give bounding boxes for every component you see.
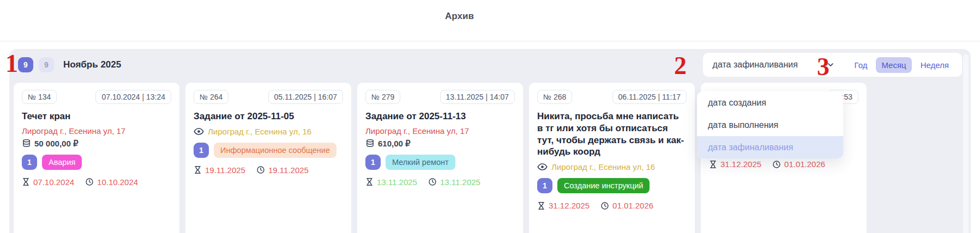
hourglass-icon bbox=[537, 201, 545, 210]
eye-icon bbox=[537, 162, 548, 172]
task-number-pill: № 264 bbox=[194, 90, 229, 104]
task-address: Лироград г., Есенина ул, 16 bbox=[208, 127, 311, 136]
clock-icon bbox=[600, 201, 609, 210]
card-header: № 134 07.10.2024 | 13:24 bbox=[22, 90, 171, 104]
clock-icon bbox=[428, 177, 437, 186]
toolbar-right: дата зафиналивания Год Месяц Неделя bbox=[703, 53, 962, 77]
task-deadline-date: 19.11.2025 bbox=[205, 165, 245, 175]
sort-date-select[interactable]: дата зафиналивания bbox=[713, 60, 835, 70]
task-card[interactable]: № 279 13.11.2025 | 14:07 Задание от 2025… bbox=[357, 83, 523, 233]
count-badge-muted[interactable]: 9 bbox=[39, 57, 54, 72]
task-deadline-date: 31.12.2025 bbox=[549, 201, 590, 210]
task-datetime-pill: 13.11.2025 | 14:07 bbox=[440, 90, 515, 104]
hourglass-icon bbox=[22, 177, 30, 186]
clock-icon bbox=[256, 165, 265, 174]
task-category-tag: Авария bbox=[42, 155, 82, 170]
task-tags-row: 1 Мелкий ремонт bbox=[365, 155, 515, 170]
task-card[interactable]: № 134 07.10.2024 | 13:24 Течет кран Лиро… bbox=[14, 83, 179, 233]
task-address-row: Лироград г., Есенина ул, 16 bbox=[537, 162, 687, 172]
task-number-pill: № 279 bbox=[365, 90, 400, 104]
task-title: Задание от 2025-11-05 bbox=[194, 111, 343, 122]
task-address-row: Лироград г., Есенина ул, 17 bbox=[365, 126, 515, 136]
task-count-chip: 1 bbox=[194, 143, 209, 158]
task-category-tag: Создание инструкций bbox=[557, 178, 650, 193]
task-tags-row: 1 Создание инструкций bbox=[537, 178, 687, 193]
task-count-chip: 1 bbox=[537, 178, 552, 193]
task-datetime-pill: 05.11.2025 | 16:07 bbox=[268, 90, 343, 104]
task-card[interactable]: № 268 06.11.2025 | 11:17 Никита, просьба… bbox=[529, 83, 695, 233]
task-tags-row: 1 Информационное сообщение bbox=[194, 143, 343, 158]
task-completion-date: 01.01.2026 bbox=[784, 160, 825, 169]
view-toggle-group: Год Месяц Неделя bbox=[849, 57, 954, 73]
task-number-pill: № 268 bbox=[537, 90, 572, 104]
task-card[interactable]: № 264 05.11.2025 | 16:07 Задание от 2025… bbox=[185, 83, 351, 233]
sort-dropdown-item[interactable]: дата зафиналивания bbox=[697, 136, 843, 158]
task-dates-row: 07.10.2024 10.10.2024 bbox=[22, 177, 171, 187]
task-address-row: Лироград г., Есенина ул, 17 bbox=[22, 126, 171, 136]
task-deadline-date: 31.12.2025 bbox=[720, 160, 761, 169]
task-tags-row: 1 Авария bbox=[22, 155, 171, 170]
card-header: № 268 06.11.2025 | 11:17 bbox=[537, 90, 687, 104]
count-badge-active[interactable]: 9 bbox=[18, 57, 33, 72]
view-toggle-week[interactable]: Неделя bbox=[915, 57, 954, 73]
view-toggle-month[interactable]: Месяц bbox=[876, 57, 911, 73]
task-title: Никита, просьба мне написать в тг или хо… bbox=[537, 111, 687, 158]
hourglass-icon bbox=[194, 165, 202, 174]
task-dates-row: 31.12.2025 01.01.2026 bbox=[537, 201, 687, 210]
task-amount-row: 610,00 ₽ bbox=[365, 139, 515, 149]
task-completion-date: 10.10.2024 bbox=[97, 177, 138, 187]
hourglass-icon bbox=[365, 177, 374, 186]
task-deadline-date: 07.10.2024 bbox=[33, 177, 74, 187]
task-dates-row: 31.12.2025 01.01.2026 bbox=[709, 160, 858, 169]
task-amount: 50 000,00 ₽ bbox=[34, 139, 78, 149]
task-address: Лироград г., Есенина ул, 17 bbox=[365, 126, 469, 136]
task-amount: 610,00 ₽ bbox=[378, 139, 411, 149]
coins-icon bbox=[365, 139, 375, 148]
task-completion-date: 13.11.2025 bbox=[440, 177, 480, 187]
vertical-scrollbar[interactable] bbox=[963, 54, 969, 233]
task-category-tag: Информационное сообщение bbox=[214, 143, 336, 158]
task-completion-date: 01.01.2026 bbox=[612, 201, 653, 210]
month-title: Ноябрь 2025 bbox=[63, 59, 121, 70]
task-count-chip: 1 bbox=[365, 155, 381, 170]
task-amount-row: 50 000,00 ₽ bbox=[22, 139, 171, 149]
page-title: Архив bbox=[445, 11, 474, 22]
sort-dropdown-item[interactable]: дата создания bbox=[697, 91, 843, 114]
top-header: Архив bbox=[0, 0, 980, 41]
sort-select-value: дата зафиналивания bbox=[713, 60, 804, 70]
card-header: № 264 05.11.2025 | 16:07 bbox=[194, 90, 343, 104]
task-datetime-pill: 06.11.2025 | 11:17 bbox=[612, 90, 687, 104]
hourglass-icon bbox=[709, 160, 717, 169]
task-dates-row: 13.11.2025 13.11.2025 bbox=[365, 177, 515, 187]
task-completion-date: 19.11.2025 bbox=[268, 165, 309, 175]
toolbar-left: 9 9 Ноябрь 2025 bbox=[18, 57, 121, 72]
task-title: Задание от 2025-11-13 bbox=[365, 111, 515, 122]
task-category-tag: Мелкий ремонт bbox=[386, 155, 455, 170]
chevron-down-icon bbox=[826, 60, 835, 69]
task-address-row: Лироград г., Есенина ул, 16 bbox=[194, 126, 343, 137]
view-toggle-year[interactable]: Год bbox=[849, 57, 873, 73]
task-dates-row: 19.11.2025 19.11.2025 bbox=[194, 165, 343, 175]
card-header: № 279 13.11.2025 | 14:07 bbox=[365, 90, 515, 104]
clock-icon bbox=[85, 177, 94, 186]
coins-icon bbox=[22, 139, 31, 148]
task-count-chip: 1 bbox=[22, 155, 37, 170]
sort-dropdown-menu: дата созданиядата выполнениядата зафинал… bbox=[697, 91, 843, 158]
clock-icon bbox=[772, 160, 781, 169]
task-deadline-date: 13.11.2025 bbox=[377, 177, 417, 187]
task-address: Лироград г., Есенина ул, 16 bbox=[551, 162, 655, 171]
task-datetime-pill: 07.10.2024 | 13:24 bbox=[95, 90, 171, 104]
sort-dropdown-item[interactable]: дата выполнения bbox=[697, 114, 843, 136]
task-title: Течет кран bbox=[22, 111, 171, 122]
task-number-pill: № 134 bbox=[22, 90, 57, 104]
task-address: Лироград г., Есенина ул, 17 bbox=[22, 126, 125, 136]
eye-icon bbox=[194, 126, 204, 137]
board-toolbar: 9 9 Ноябрь 2025 дата зафиналивания Год М… bbox=[9, 49, 971, 81]
